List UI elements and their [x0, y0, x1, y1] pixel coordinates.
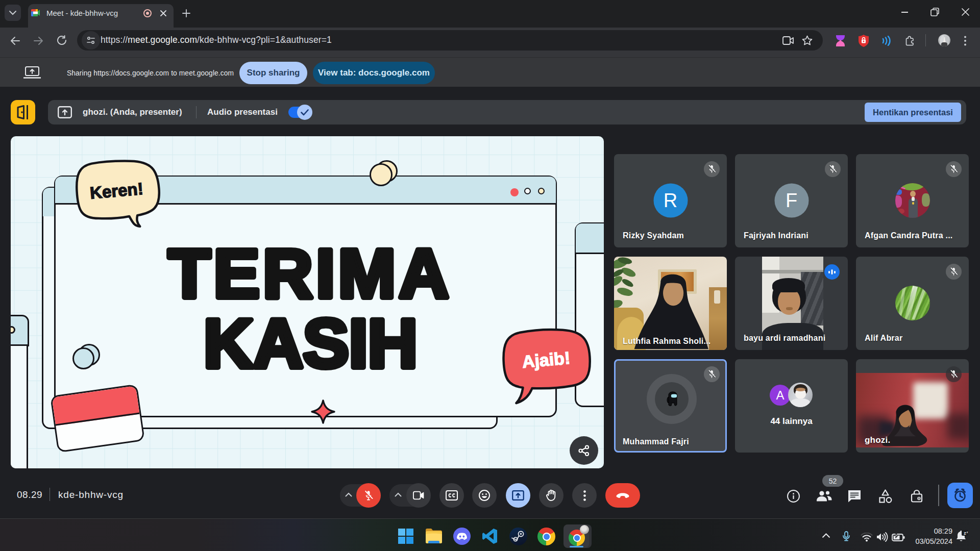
- svg-text:z: z: [964, 531, 966, 536]
- svg-text:TERIMA: TERIMA: [168, 235, 453, 312]
- svg-text:z: z: [967, 531, 968, 534]
- svg-text:KASIH: KASIH: [204, 305, 422, 382]
